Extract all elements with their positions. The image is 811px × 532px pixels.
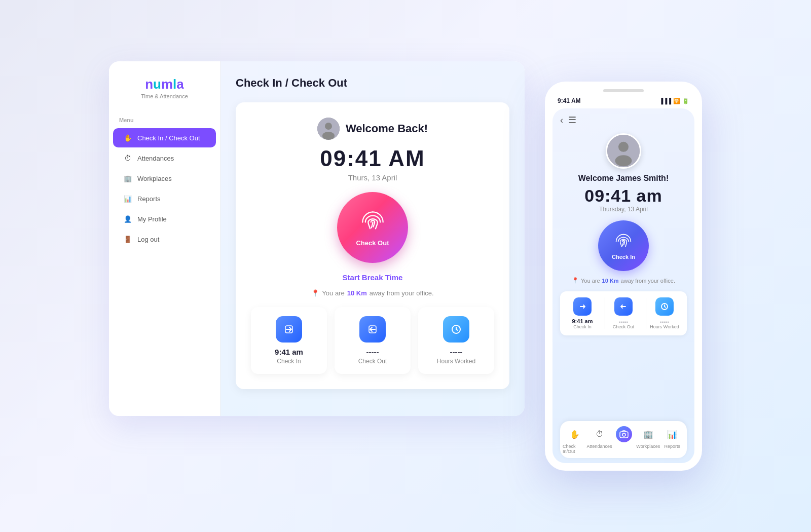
phone-location-pin-icon: 📍 bbox=[572, 277, 579, 284]
checkin-stat-icon bbox=[276, 316, 302, 343]
phone-nav-camera-icon bbox=[616, 426, 632, 442]
hours-stat-value: ----- bbox=[427, 348, 485, 356]
svg-point-2 bbox=[322, 132, 335, 140]
phone-checkout-value: ----- bbox=[619, 318, 628, 324]
welcome-text: Welcome Back! bbox=[346, 122, 428, 135]
svg-point-1 bbox=[325, 123, 332, 130]
hours-stat-label: Hours Worked bbox=[427, 358, 485, 365]
phone-hours-icon bbox=[655, 297, 674, 316]
menu-label: Menu bbox=[109, 109, 220, 127]
attendances-icon: ⏱ bbox=[123, 154, 132, 163]
stats-row: 9:41 am Check In ----- Check Out bbox=[251, 307, 494, 374]
checkin-stat-label: Check In bbox=[260, 358, 318, 365]
sidebar-item-checkin-label: Check In / Check Out bbox=[137, 134, 200, 142]
checkout-stat-icon bbox=[359, 316, 386, 343]
phone-stat-checkin: 9:41 am Check In bbox=[564, 297, 601, 329]
mobile-phone: 9:41 AM ▐▐▐ 🛜 🔋 ‹ ☰ Welcome James Smith! bbox=[545, 82, 702, 471]
phone-stat-hours: ----- Hours Worked bbox=[646, 297, 683, 329]
location-text: You are bbox=[322, 289, 344, 297]
phone-date-display: Thursday, 13 April bbox=[560, 206, 687, 213]
main-content: Check In / Check Out Welcome Back! 09:41… bbox=[220, 61, 525, 416]
avatar bbox=[317, 118, 340, 140]
sidebar-item-myprofile[interactable]: 👤 My Profile bbox=[113, 209, 216, 229]
sidebar-item-attendances-label: Attendances bbox=[137, 155, 174, 162]
phone-nav-workplaces-icon: 🏢 bbox=[640, 426, 656, 442]
phone-notch bbox=[603, 89, 644, 92]
phone-hours-label: Hours Worked bbox=[650, 324, 679, 329]
fingerprint-label: Check Out bbox=[356, 239, 389, 247]
sidebar-item-checkin[interactable]: ✋ Check In / Check Out bbox=[113, 128, 216, 147]
welcome-header: Welcome Back! bbox=[251, 118, 494, 140]
menu-icon[interactable]: ☰ bbox=[568, 115, 576, 126]
phone-fingerprint-label: Check In bbox=[612, 254, 635, 260]
phone-header: ‹ ☰ bbox=[560, 115, 687, 126]
location-info: 📍 You are 10 Km away from your office. bbox=[251, 289, 494, 297]
phone-nav-workplaces-label: Workplaces bbox=[636, 444, 660, 449]
sidebar-item-myprofile-label: My Profile bbox=[137, 215, 167, 223]
checkout-stat-label: Check Out bbox=[344, 358, 401, 365]
stat-card-checkin: 9:41 am Check In bbox=[251, 307, 327, 374]
phone-nav-checkinout-label: Check In/Out bbox=[563, 444, 586, 454]
phone-location-km: 10 Km bbox=[602, 278, 619, 284]
sidebar-item-reports-label: Reports bbox=[137, 195, 161, 203]
desktop-app: numla Time & Attendance Menu ✋ Check In … bbox=[109, 61, 525, 416]
sidebar-item-workplaces-label: Workplaces bbox=[137, 175, 172, 182]
phone-location-info: 📍 You are 10 Km away from your office. bbox=[560, 277, 687, 284]
svg-point-8 bbox=[618, 142, 629, 152]
stat-card-checkout: ----- Check Out bbox=[335, 307, 411, 374]
phone-content: ‹ ☰ Welcome James Smith! 09:41 am Thursd… bbox=[552, 108, 694, 463]
location-suffix: away from your office. bbox=[370, 289, 434, 297]
workplaces-icon: 🏢 bbox=[123, 174, 132, 183]
page-title: Check In / Check Out bbox=[236, 77, 509, 90]
phone-location-suffix: away from your office. bbox=[621, 278, 675, 284]
phone-nav-attendances-label: Attendances bbox=[586, 444, 612, 449]
signal-icon: ▐▐▐ bbox=[659, 98, 671, 104]
phone-avatar bbox=[606, 133, 641, 169]
phone-nav-attendances-icon: ⏱ bbox=[592, 426, 608, 442]
logo: numla bbox=[119, 77, 210, 92]
fingerprint-button[interactable]: Check Out bbox=[337, 192, 408, 263]
sidebar-item-logout[interactable]: 🚪 Log out bbox=[113, 230, 216, 249]
stat-card-hours: ----- Hours Worked bbox=[418, 307, 494, 374]
sidebar-item-reports[interactable]: 📊 Reports bbox=[113, 189, 216, 208]
phone-welcome-text: Welcome James Smith! bbox=[560, 174, 687, 183]
phone-nav-reports-label: Reports bbox=[664, 444, 680, 449]
logo-area: numla Time & Attendance bbox=[109, 77, 220, 109]
phone-fingerprint-button[interactable]: Check In bbox=[598, 220, 649, 271]
svg-point-9 bbox=[615, 155, 632, 166]
checkin-stat-value: 9:41 am bbox=[260, 348, 318, 356]
phone-time-display: 09:41 am bbox=[560, 186, 687, 206]
logo-tagline: Time & Attendance bbox=[119, 93, 210, 99]
break-link[interactable]: Start Break Time bbox=[251, 273, 494, 282]
phone-bottom-nav: ✋ Check In/Out ⏱ Attendances bbox=[560, 421, 687, 458]
svg-rect-11 bbox=[620, 432, 628, 438]
sidebar: numla Time & Attendance Menu ✋ Check In … bbox=[109, 61, 220, 416]
battery-icon: 🔋 bbox=[682, 98, 689, 104]
phone-nav-attendances[interactable]: ⏱ Attendances bbox=[586, 426, 612, 454]
phone-checkin-label: Check In bbox=[573, 324, 592, 329]
phone-checkout-icon bbox=[614, 297, 633, 316]
location-pin-icon: 📍 bbox=[311, 289, 319, 297]
phone-nav-camera[interactable] bbox=[612, 426, 636, 454]
phone-status-icons: ▐▐▐ 🛜 🔋 bbox=[659, 98, 689, 104]
phone-nav-workplaces[interactable]: 🏢 Workplaces bbox=[636, 426, 660, 454]
myprofile-icon: 👤 bbox=[123, 214, 132, 223]
phone-status-time: 9:41 AM bbox=[558, 97, 581, 104]
location-km: 10 Km bbox=[347, 289, 367, 297]
sidebar-item-attendances[interactable]: ⏱ Attendances bbox=[113, 148, 216, 168]
phone-nav-checkinout[interactable]: ✋ Check In/Out bbox=[563, 426, 586, 454]
hours-stat-icon bbox=[443, 316, 469, 343]
logout-icon: 🚪 bbox=[123, 235, 132, 244]
checkin-icon: ✋ bbox=[123, 133, 132, 142]
phone-hours-value: ----- bbox=[660, 318, 669, 324]
time-display: 09:41 AM bbox=[251, 146, 494, 171]
phone-stat-checkout: ----- Check Out bbox=[605, 297, 642, 329]
reports-icon: 📊 bbox=[123, 194, 132, 203]
back-button[interactable]: ‹ bbox=[560, 115, 563, 126]
svg-point-12 bbox=[622, 433, 625, 436]
phone-status-bar: 9:41 AM ▐▐▐ 🛜 🔋 bbox=[552, 97, 694, 104]
checkout-stat-value: ----- bbox=[344, 348, 401, 356]
sidebar-item-workplaces[interactable]: 🏢 Workplaces bbox=[113, 169, 216, 188]
phone-nav-reports[interactable]: 📊 Reports bbox=[660, 426, 684, 454]
phone-stats-row: 9:41 am Check In ----- Check Out bbox=[560, 291, 687, 335]
